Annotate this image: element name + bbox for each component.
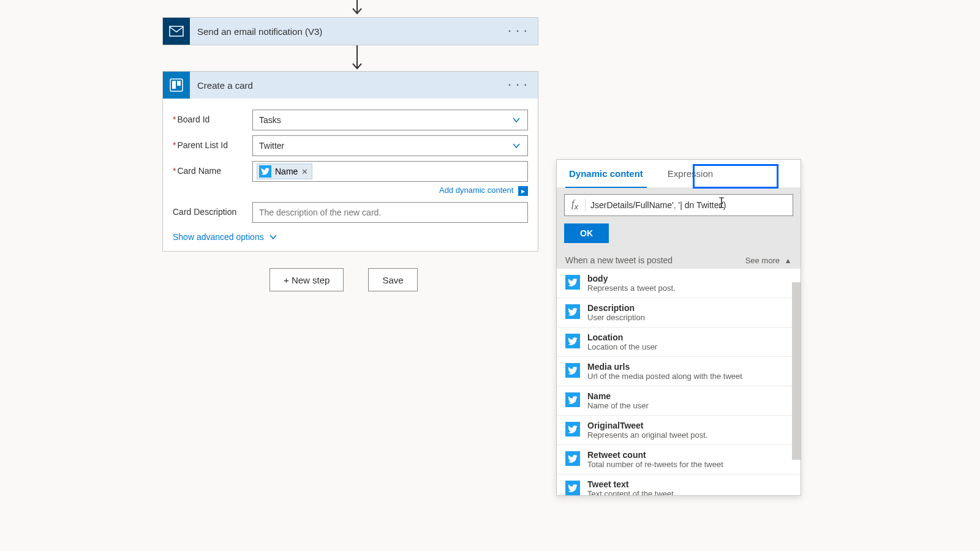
dynamic-content-item[interactable]: NameName of the user [557, 386, 801, 416]
item-desc: User description [587, 313, 645, 322]
step-title: Send an email notification (V3) [197, 26, 322, 37]
item-desc: Text content of the tweet [587, 489, 674, 495]
label-board-id: *Board Id [173, 110, 252, 124]
dynamic-content-panel: Dynamic content Expression fx JserDetail… [556, 159, 801, 496]
trello-icon [163, 72, 190, 99]
dynamic-content-item[interactable]: bodyRepresents a tweet post. [557, 269, 801, 298]
tab-expression[interactable]: Expression [655, 160, 725, 187]
step-menu-button[interactable]: · · · [508, 18, 528, 45]
twitter-icon [565, 275, 580, 290]
remove-token-button[interactable]: ✕ [301, 167, 308, 176]
twitter-icon [565, 422, 580, 437]
label-card-name: *Card Name [173, 161, 252, 176]
flow-arrow-top [352, 0, 353, 17]
caret-up-icon[interactable]: ▴ [783, 255, 792, 265]
item-desc: Name of the user [587, 401, 649, 410]
fx-icon: fx [565, 198, 586, 211]
step-header[interactable]: Create a card · · · [163, 72, 538, 99]
item-name: body [587, 274, 676, 283]
scrollbar[interactable] [792, 282, 801, 460]
label-card-description: Card Description [173, 202, 252, 217]
step-header[interactable]: Send an email notification (V3) · · · [163, 18, 538, 45]
input-card-description[interactable] [252, 202, 528, 223]
svg-rect-4 [172, 81, 176, 89]
svg-rect-5 [177, 81, 181, 86]
select-board-id[interactable]: Tasks [252, 110, 528, 130]
add-dynamic-content-link[interactable]: Add dynamic content [439, 186, 513, 195]
item-desc: Total number of re-tweets for the tweet [587, 460, 723, 469]
save-button[interactable]: Save [368, 268, 417, 291]
dynamic-content-item[interactable]: DescriptionUser description [557, 298, 801, 328]
twitter-icon [565, 392, 580, 407]
step-title: Create a card [197, 80, 253, 91]
item-name: Name [587, 391, 649, 401]
chevron-down-icon [511, 115, 521, 125]
dynamic-content-item[interactable]: Tweet textText content of the tweet [557, 474, 801, 495]
dynamic-content-item[interactable]: Retweet countTotal number of re-tweets f… [557, 445, 801, 474]
twitter-icon [565, 304, 580, 319]
section-title: When a new tweet is posted [565, 255, 673, 265]
twitter-icon [259, 165, 271, 178]
ok-button[interactable]: OK [564, 223, 609, 243]
item-name: Location [587, 332, 657, 342]
item-name: Description [587, 303, 645, 313]
input-card-name[interactable]: Name ✕ [252, 161, 528, 182]
expression-input[interactable]: fx JserDetails/FullName', '| dn Twitter'… [564, 194, 793, 216]
step-send-email[interactable]: Send an email notification (V3) · · · [162, 17, 538, 45]
mail-icon [163, 18, 190, 45]
item-name: Tweet text [587, 479, 674, 489]
svg-rect-1 [170, 26, 183, 36]
flow-arrow-mid [352, 45, 353, 72]
item-desc: Represents an original tweet post. [587, 430, 708, 440]
step-create-card: Create a card · · · *Board Id Tasks *Par… [162, 71, 538, 252]
dynamic-content-list[interactable]: bodyRepresents a tweet post.DescriptionU… [557, 269, 801, 495]
item-desc: Location of the user [587, 342, 657, 351]
dynamic-content-item[interactable]: OriginalTweetRepresents an original twee… [557, 416, 801, 445]
item-desc: Represents a tweet post. [587, 283, 676, 293]
add-dynamic-content-button[interactable]: ▸ [518, 186, 528, 196]
tab-dynamic-content[interactable]: Dynamic content [557, 160, 655, 187]
item-desc: Url of the media posted along with the t… [587, 372, 742, 381]
twitter-icon [565, 451, 580, 466]
see-more-link[interactable]: See more [745, 256, 780, 265]
twitter-icon [565, 481, 580, 495]
item-name: Media urls [587, 362, 742, 372]
twitter-icon [565, 334, 580, 348]
step-menu-button[interactable]: · · · [508, 72, 528, 99]
item-name: OriginalTweet [587, 421, 708, 430]
dynamic-content-item[interactable]: LocationLocation of the user [557, 328, 801, 357]
token-name[interactable]: Name ✕ [257, 163, 312, 179]
dynamic-content-item[interactable]: Media urlsUrl of the media posted along … [557, 357, 801, 386]
show-advanced-options-link[interactable]: Show advanced options [173, 232, 277, 242]
label-parent-list: *Parent List Id [173, 135, 252, 150]
item-name: Retweet count [587, 450, 723, 460]
chevron-down-icon [511, 141, 521, 151]
twitter-icon [565, 363, 580, 378]
new-step-button[interactable]: + New step [270, 268, 344, 291]
chevron-down-icon [269, 233, 277, 241]
expression-text[interactable]: JserDetails/FullName', '| dn Twitter') [586, 200, 793, 210]
select-parent-list[interactable]: Twitter [252, 135, 528, 156]
